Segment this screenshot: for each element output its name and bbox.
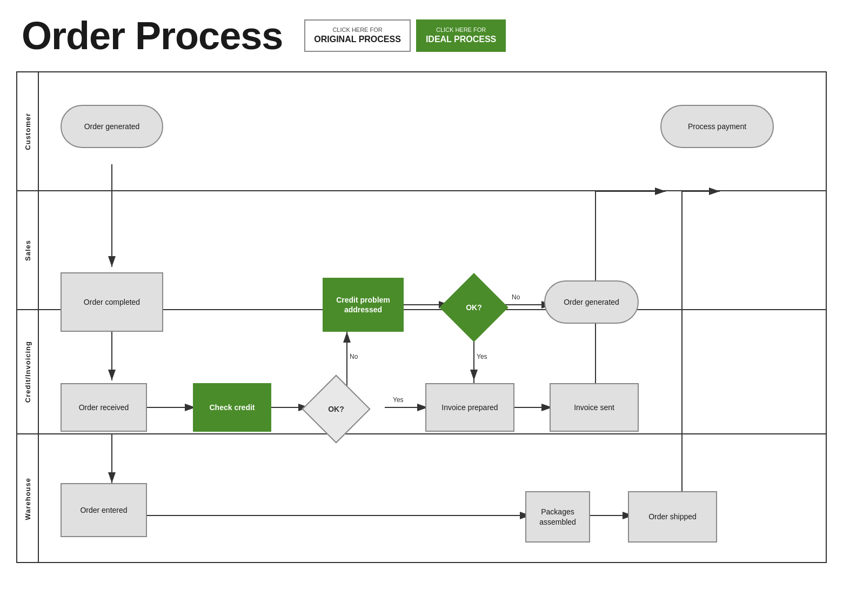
invoice-prepared: Invoice prepared — [425, 383, 514, 432]
page-title: Order Process — [22, 16, 283, 55]
process-payment: Process payment — [660, 105, 774, 148]
order-completed: Order completed — [61, 272, 163, 332]
original-btn-main: ORIGINAL PROCESS — [314, 34, 401, 45]
order-generated-customer: Order generated — [61, 105, 163, 148]
process-diagram: Customer Sales Credit/Invoicing Warehous… — [16, 71, 827, 563]
lane-sales-label: Sales — [17, 191, 39, 309]
ok-diamond-credit: OK? — [309, 382, 363, 436]
original-process-button[interactable]: CLICK HERE FOR ORIGINAL PROCESS — [304, 19, 411, 51]
lane-warehouse-label: Warehouse — [17, 434, 39, 563]
ok-diamond-sales: OK? — [447, 280, 501, 334]
page-header: Order Process CLICK HERE FOR ORIGINAL PR… — [0, 0, 843, 66]
order-generated-sales: Order generated — [544, 280, 639, 324]
invoice-sent: Invoice sent — [550, 383, 639, 432]
original-btn-sub: CLICK HERE FOR — [314, 26, 401, 34]
ideal-btn-main: IDEAL PROCESS — [426, 34, 496, 45]
order-entered: Order entered — [61, 483, 147, 537]
lane-customer-label: Customer — [17, 72, 39, 190]
order-shipped: Order shipped — [628, 491, 717, 543]
credit-problem-addressed: Credit problem addressed — [323, 278, 404, 332]
order-received: Order received — [61, 383, 147, 432]
ideal-btn-sub: CLICK HERE FOR — [426, 26, 496, 34]
lane-credit-label: Credit/Invoicing — [17, 310, 39, 433]
packages-assembled: Packages assembled — [525, 491, 590, 543]
check-credit: Check credit — [193, 383, 271, 432]
ideal-process-button[interactable]: CLICK HERE FOR IDEAL PROCESS — [416, 19, 506, 51]
button-group: CLICK HERE FOR ORIGINAL PROCESS CLICK HE… — [304, 19, 506, 51]
